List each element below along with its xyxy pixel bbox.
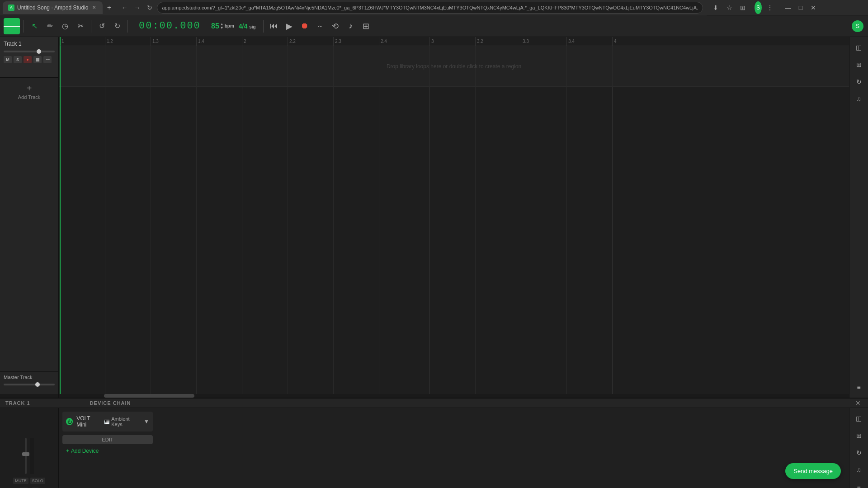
browser-actions: ⬇ ☆ ⊞ S ⋮ — [707, 2, 779, 13]
bpm-down-arrow[interactable]: ▼ — [220, 26, 224, 30]
ruler-mark-3-3: 3.3 — [521, 37, 529, 46]
master-volume-slider[interactable] — [4, 384, 55, 385]
browser-tabs: A Untitled Song - Amped Studio ✕ + — [0, 0, 115, 15]
profile-icon[interactable]: S — [751, 2, 762, 13]
eg-9 — [475, 87, 476, 394]
track-1-lane[interactable]: Drop library loops here or double click … — [59, 46, 849, 87]
grid-line-1 — [105, 46, 105, 86]
transport-wave-btn[interactable]: ～ — [313, 19, 327, 33]
mixer-solo-btn[interactable]: SOLO — [30, 478, 45, 484]
add-track-plus-icon: + — [27, 83, 32, 94]
pencil-tool-btn[interactable]: ✏ — [43, 19, 57, 33]
arrange-area: 1 1.2 1.3 1.4 2 2.2 2.3 2.4 3 3.2 3.3 3.… — [59, 37, 849, 398]
mixer-btn-row: MUTE SOLO — [13, 478, 45, 484]
grid-line-4 — [242, 46, 242, 86]
user-profile-icon[interactable]: S — [851, 19, 864, 33]
eg-2 — [151, 87, 151, 394]
bottom-grid-btn[interactable]: ⊞ — [852, 429, 866, 442]
tab-favicon: A — [8, 5, 14, 11]
ruler-mark-2-2: 2.2 — [288, 37, 296, 46]
track-1-wave-btn[interactable]: 〜 — [43, 56, 52, 63]
maximize-btn[interactable]: □ — [795, 2, 806, 13]
device-name: VOLT Mini — [76, 415, 100, 428]
playhead-vertical — [60, 46, 61, 394]
track-1-solo-btn[interactable]: S — [14, 56, 22, 63]
undo-btn[interactable]: ↺ — [95, 19, 108, 33]
extension-icon[interactable]: ⊞ — [737, 2, 748, 13]
close-window-btn[interactable]: ✕ — [808, 2, 819, 13]
master-volume-thumb[interactable] — [35, 382, 40, 387]
arrange-h-scrollbar-thumb[interactable] — [104, 394, 194, 398]
transport-start-btn[interactable]: ⏮ — [267, 19, 281, 33]
transport-midi-btn[interactable]: ♪ — [344, 19, 358, 33]
download-icon[interactable]: ⬇ — [710, 2, 721, 13]
add-device-btn[interactable]: + Add Device — [62, 444, 845, 458]
transport-play-btn[interactable]: ▶ — [283, 19, 296, 33]
add-track-btn[interactable]: + Add Track — [0, 78, 58, 105]
send-message-btn[interactable]: Send message — [785, 463, 841, 479]
transport-record-btn[interactable]: ⏺ — [298, 19, 311, 33]
time-sig-display[interactable]: 4/4 sig — [239, 23, 256, 30]
bottom-loop-btn[interactable]: ↻ — [852, 446, 866, 460]
device-power-btn[interactable]: ⏻ — [66, 418, 73, 425]
eg-6 — [333, 87, 334, 394]
device-edit-btn[interactable]: EDIT — [62, 435, 153, 444]
settings-icon[interactable]: ⋮ — [764, 2, 775, 13]
refresh-btn[interactable]: ↻ — [144, 2, 155, 13]
browser-panel-btn[interactable]: ◫ — [852, 41, 866, 54]
bottom-eq-btn[interactable]: ≡ — [852, 480, 866, 488]
device-expand-btn[interactable]: ▼ — [144, 418, 149, 425]
mixer-mute-btn[interactable]: MUTE — [13, 478, 28, 484]
eg-1 — [105, 87, 105, 394]
bottom-panel-close-btn[interactable]: ✕ — [854, 399, 863, 408]
mixer-fader-thumb[interactable] — [22, 452, 29, 456]
bpm-arrows: ▲ ▼ — [220, 23, 224, 30]
forward-btn[interactable]: → — [132, 2, 142, 13]
transport-loop-btn[interactable]: ⟲ — [329, 19, 342, 33]
scissors-tool-btn[interactable]: ✂ — [74, 19, 87, 33]
eg-3 — [196, 87, 197, 394]
mixer-section: MUTE SOLO 🎤 ⊞ — [0, 408, 59, 488]
bpm-value[interactable]: 85 — [211, 22, 219, 30]
arrange-h-scrollbar[interactable] — [59, 394, 849, 398]
tab-close-btn[interactable]: ✕ — [91, 5, 97, 11]
track-1-volume-thumb[interactable] — [37, 49, 41, 54]
eg-11 — [566, 87, 567, 394]
menu-button[interactable] — [4, 18, 20, 34]
redo-btn[interactable]: ↻ — [110, 19, 124, 33]
address-bar[interactable]: app.ampedstudio.com/?_gl=1*zkt20c*_ga*MT… — [157, 2, 703, 14]
piano-panel-btn[interactable]: ♫ — [852, 92, 866, 106]
track-lanes-area[interactable]: Drop library loops here or double click … — [59, 46, 849, 394]
tracks-panel: Track 1 M S ● ▦ 〜 + Add Track Master Tra… — [0, 37, 59, 398]
clock-tool-btn[interactable]: ◷ — [58, 19, 72, 33]
mixer-fader-area — [25, 412, 34, 474]
track-1-volume-slider[interactable] — [4, 51, 55, 52]
new-tab-btn[interactable]: + — [103, 1, 115, 14]
eq-panel-btn[interactable]: ≡ — [852, 380, 866, 394]
bookmark-icon[interactable]: ☆ — [724, 2, 735, 13]
ruler-mark-2: 2 — [242, 37, 246, 46]
bottom-browser-btn[interactable]: ◫ — [852, 412, 866, 425]
browser-tab-active[interactable]: A Untitled Song - Amped Studio ✕ — [3, 1, 103, 14]
device-item-volt[interactable]: ⏻ VOLT Mini 🎹 Ambient Keys ▼ — [62, 412, 153, 432]
back-btn[interactable]: ← — [119, 2, 130, 13]
loop-panel-btn[interactable]: ↻ — [852, 75, 866, 89]
select-tool-btn[interactable]: ↖ — [28, 19, 41, 33]
transport-grid-btn[interactable]: ⊞ — [359, 19, 373, 33]
grid-panel-btn[interactable]: ⊞ — [852, 58, 866, 71]
bottom-piano-btn[interactable]: ♫ — [852, 463, 866, 477]
track-1-name: Track 1 — [4, 41, 55, 47]
track-1-mute-btn[interactable]: M — [4, 56, 12, 63]
grid-line-6 — [333, 46, 334, 86]
track-1-bars-btn[interactable]: ▦ — [33, 56, 42, 63]
mixer-fader-track[interactable] — [25, 438, 27, 474]
ruler-mark-1-2: 1.2 — [105, 37, 113, 46]
track-1-record-btn[interactable]: ● — [24, 56, 32, 63]
mixer-channel-main — [25, 438, 27, 474]
device-preset: 🎹 Ambient Keys — [104, 416, 140, 427]
track-1-header[interactable]: Track 1 M S ● ▦ 〜 — [0, 37, 58, 78]
track-1-controls: M S ● ▦ 〜 — [4, 56, 55, 63]
grid-line-11 — [566, 46, 567, 86]
minimize-btn[interactable]: — — [783, 2, 793, 13]
master-track-section: Master Track — [0, 371, 58, 394]
